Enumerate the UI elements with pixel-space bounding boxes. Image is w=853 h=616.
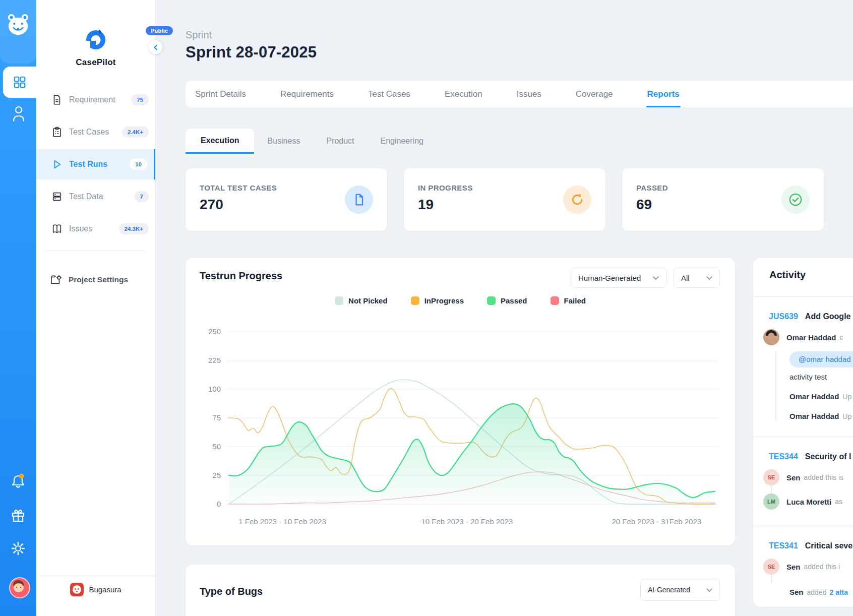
count-badge: 7 [135, 191, 149, 202]
avatar[interactable]: SE [763, 559, 779, 575]
legend-item-inprogress: InProgress [411, 296, 464, 305]
bugasura-logo-icon [70, 583, 84, 596]
mention-pill[interactable]: @omar haddad [789, 351, 853, 367]
activity-event: SE Sen added this i [753, 559, 853, 575]
sidebar-item-test-runs[interactable]: Test Runs 10 [36, 149, 155, 179]
bugs-source-dropdown[interactable]: AI-Generated [640, 579, 720, 601]
report-subtabs: Execution Business Product Engineering [186, 129, 437, 154]
user-avatar[interactable] [9, 577, 30, 598]
legend-item-failed: Failed [551, 296, 586, 305]
issue-id-link[interactable]: JUS639 [769, 312, 798, 321]
scope-filter-dropdown[interactable]: All [674, 268, 720, 288]
user-name: Omar Haddad [789, 392, 839, 401]
issue-title: Critical seve [805, 541, 852, 550]
legend-swatch [411, 296, 419, 305]
sidebar-item-test-cases[interactable]: Test Cases 2.4K+ [36, 117, 155, 147]
legend-label: InProgress [424, 296, 464, 305]
activity-group-header: TES341Critical seve [753, 541, 853, 550]
activity-event: SE Sen added this is [753, 469, 853, 485]
user-name: Sen [786, 473, 801, 482]
sprint-tabbar: Sprint Details Requirements Test Cases E… [186, 81, 853, 107]
event-text: c [839, 333, 843, 341]
attachments-link[interactable]: 2 atta [829, 588, 848, 596]
card-title: Type of Bugs [200, 586, 263, 597]
sidebar-item-test-data[interactable]: Test Data 7 [36, 181, 155, 212]
issue-id-link[interactable]: TES341 [769, 541, 798, 550]
avatar[interactable]: LM [763, 494, 779, 510]
main-content: Sprint Sprint 28-07-2025 Sprint Details … [155, 0, 853, 616]
settings-button[interactable] [10, 540, 26, 557]
page-title: Sprint 28-07-2025 [186, 43, 317, 61]
subtab-execution[interactable]: Execution [186, 129, 254, 154]
testrun-progress-card: Testrun Progress Human-Generated All Not… [186, 258, 735, 545]
chevron-down-icon [706, 276, 712, 280]
tab-test-cases[interactable]: Test Cases [368, 81, 410, 107]
database-icon [51, 191, 63, 202]
issue-title: Add Google [805, 312, 851, 321]
svg-text:0: 0 [217, 500, 221, 508]
activity-group-header: TES344Security of l [753, 452, 853, 461]
dropdown-value: All [681, 274, 690, 282]
chart-legend: Not Picked InProgress Passed Failed [186, 296, 735, 305]
tab-coverage[interactable]: Coverage [576, 81, 613, 107]
activity-event: Sen added 2 atta [753, 588, 853, 596]
svg-text:50: 50 [212, 442, 221, 451]
count-badge: 10 [130, 159, 147, 170]
avatar[interactable]: SE [763, 469, 779, 485]
stats-row: TOTAL TEST CASES 270 IN PROGRESS 19 PASS… [186, 168, 824, 231]
issue-title: Security of l [805, 452, 851, 461]
activity-event: LM Luca Moretti as [753, 494, 853, 510]
refresh-icon [563, 186, 591, 214]
comment-thread: @omar haddad activity test Omar HaddadUp… [775, 351, 853, 420]
activity-event: Omar HaddadUp [789, 392, 853, 401]
tab-execution[interactable]: Execution [445, 81, 482, 107]
thread-connector [771, 575, 853, 583]
legend-swatch [551, 296, 559, 305]
sidebar-item-label: Test Runs [69, 160, 107, 169]
sidebar-collapse-button[interactable] [149, 40, 162, 54]
event-text: added this is [804, 473, 844, 481]
sidebar-nav: Requirement 75 Test Cases 2.4K+ Test Run… [36, 85, 155, 246]
thread-connector [771, 485, 853, 494]
tab-requirements[interactable]: Requirements [280, 81, 334, 107]
sidebar-item-label: Test Cases [69, 128, 109, 137]
tab-issues[interactable]: Issues [517, 81, 541, 107]
sidebar-item-label: Issues [69, 224, 92, 233]
stat-card-total-test-cases: TOTAL TEST CASES 270 [186, 168, 387, 231]
svg-text:100: 100 [208, 385, 221, 393]
rewards-button[interactable] [10, 507, 26, 523]
svg-text:25: 25 [212, 471, 221, 479]
divider [753, 296, 853, 297]
legend-label: Passed [501, 296, 527, 305]
play-icon [51, 159, 63, 170]
type-of-bugs-card: Type of Bugs AI-Generated [186, 565, 735, 616]
sidebar-bottom-divider [36, 576, 155, 576]
svg-text:20 Feb 2023 - 31Feb 2023: 20 Feb 2023 - 31Feb 2023 [612, 517, 701, 526]
avatar[interactable] [763, 329, 779, 345]
company-branding[interactable]: Bugasura [36, 583, 155, 596]
subtab-engineering[interactable]: Engineering [368, 129, 437, 154]
notification-dot [19, 474, 24, 479]
divider [753, 437, 853, 437]
tab-reports[interactable]: Reports [647, 81, 680, 107]
stat-card-in-progress: IN PROGRESS 19 [404, 168, 605, 231]
sidebar-item-issues[interactable]: Issues 24.3K+ [36, 214, 155, 244]
mascot-logo-icon[interactable] [7, 13, 30, 36]
stat-label: PASSED [636, 183, 668, 192]
tab-sprint-details[interactable]: Sprint Details [195, 81, 246, 107]
legend-swatch [335, 296, 343, 305]
notifications-button[interactable] [10, 473, 26, 489]
rail-item-dashboard[interactable] [3, 67, 36, 98]
svg-text:1 Feb 2023 - 10 Feb 2023: 1 Feb 2023 - 10 Feb 2023 [238, 517, 326, 526]
subtab-product[interactable]: Product [313, 129, 367, 154]
subtab-business[interactable]: Business [254, 129, 313, 154]
breadcrumb: Sprint [186, 29, 212, 41]
event-text: Up [842, 412, 851, 420]
sidebar-item-requirement[interactable]: Requirement 75 [36, 85, 155, 115]
rail-item-users[interactable] [13, 106, 25, 122]
sidebar-item-project-settings[interactable]: Project Settings [36, 268, 169, 291]
clipboard-icon [51, 127, 63, 138]
event-text: added this i [804, 563, 840, 571]
source-filter-dropdown[interactable]: Human-Generated [571, 268, 666, 288]
issue-id-link[interactable]: TES344 [769, 452, 798, 461]
